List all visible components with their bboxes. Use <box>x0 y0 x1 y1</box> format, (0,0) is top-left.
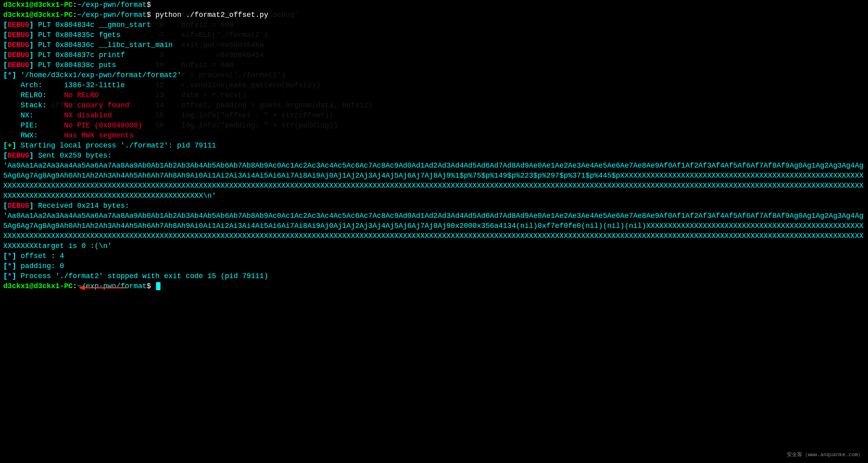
prompt-user: d3ckx1 <box>3 11 29 19</box>
relro-label: RELRO: <box>3 91 64 99</box>
offset-line: [*] offset : 4 <box>3 251 865 261</box>
prompt-host: d3ckx1-PC <box>34 282 73 290</box>
colon: : <box>73 282 77 290</box>
plt-addr: 0x804836c <box>56 41 95 49</box>
rwx-label: RWX: <box>3 131 64 139</box>
padding-text: padding: 0 <box>21 262 64 270</box>
recv-header: Received 0x214 bytes: <box>38 202 129 210</box>
debug-plt-line: [DEBUG] PLT 0x804834c __gmon_start <box>3 20 865 30</box>
dollar-sign: $ <box>147 1 151 9</box>
recv-pattern-dump: 'Aa0Aa1Aa2Aa3Aa4Aa5Aa6Aa7Aa8Aa9Ab0Ab1Ab2… <box>3 211 865 251</box>
sent-header: Sent 0x259 bytes: <box>38 152 112 160</box>
debug-plt-line: [DEBUG] PLT 0x804837c printf <box>3 50 865 60</box>
process-stopped-line: [*] Process './format2' stopped with exi… <box>3 271 865 281</box>
pie-label: PIE: <box>3 121 64 129</box>
relro-value: No RELRO <box>64 91 99 99</box>
stack-value: No canary found <box>64 101 129 109</box>
prompt-host: d3ckx1-PC <box>34 11 73 19</box>
prompt-line-cutoff: d3ckx1@d3ckx1-PC:~/exp-pwn/format$ <box>3 0 865 10</box>
prompt-path: /exp-pwn/format <box>81 11 146 19</box>
debug-plt-line: [DEBUG] PLT 0x804838c puts <box>3 60 865 70</box>
offset-text: offset : 4 <box>21 252 64 260</box>
command-text: python ./format2_offset.py <box>155 11 268 19</box>
checksec-arch: Arch: i386-32-little <box>3 80 865 90</box>
plt-name: __gmon_start <box>99 21 151 29</box>
checksec-nx: NX: NX disabled <box>3 111 865 121</box>
arch-label: Arch: <box>3 81 64 89</box>
plt-name: puts <box>99 61 116 69</box>
prompt-path: /exp-pwn/format <box>81 1 146 9</box>
at-sign: @ <box>29 11 34 19</box>
tilde: ~ <box>77 11 82 19</box>
checksec-rwx: RWX: Has RWX segments <box>3 131 865 141</box>
stack-label: Stack: <box>3 101 64 109</box>
watermark-text: 安全客（www.anquanke.com） <box>787 450 863 460</box>
nx-label: NX: <box>3 111 64 119</box>
colon: : <box>73 1 77 9</box>
plt-addr: 0x804837c <box>56 51 95 59</box>
binary-path-line: [*] '/home/d3ckx1/exp-pwn/format/format2… <box>3 70 865 80</box>
binary-path: '/home/d3ckx1/exp-pwn/format/format2' <box>21 71 181 79</box>
prompt-line-active[interactable]: d3ckx1@d3ckx1-PC:~/exp-pwn/format$ <box>3 281 865 291</box>
colon: : <box>73 11 77 19</box>
dollar-sign: $ <box>147 282 151 290</box>
prompt-line: d3ckx1@d3ckx1-PC:~/exp-pwn/format$ pytho… <box>3 10 865 20</box>
plt-name: __libc_start_main <box>99 41 173 49</box>
svg-marker-1 <box>78 285 85 290</box>
annotation-arrow-icon <box>78 284 127 295</box>
arch-value: i386-32-little <box>64 81 125 89</box>
checksec-relro: RELRO: No RELRO <box>3 90 865 100</box>
tilde: ~ <box>77 1 82 9</box>
rwx-value: Has RWX segments <box>64 131 134 139</box>
terminal-output[interactable]: d3ckx1@d3ckx1-PC:~/exp-pwn/format$ d3ckx… <box>0 0 868 291</box>
starting-text: Starting local process './format2': pid … <box>21 141 216 150</box>
plt-addr: 0x804838c <box>56 61 95 69</box>
nx-value: NX disabled <box>64 111 112 119</box>
cursor-icon <box>156 282 160 290</box>
prompt-user: d3ckx1 <box>3 1 29 9</box>
padding-line: [*] padding: 0 <box>3 261 865 271</box>
prompt-host: d3ckx1-PC <box>34 1 73 9</box>
checksec-stack: Stack: No canary found <box>3 100 865 111</box>
prompt-user: d3ckx1 <box>3 282 29 290</box>
plt-addr: 0x804834c <box>56 21 95 29</box>
debug-sent-line: [DEBUG] Sent 0x259 bytes: <box>3 151 865 161</box>
plt-name: printf <box>99 51 125 59</box>
debug-recv-line: [DEBUG] Received 0x214 bytes: <box>3 201 865 211</box>
at-sign: @ <box>29 1 34 9</box>
debug-plt-line: [DEBUG] PLT 0x804835c fgets <box>3 30 865 40</box>
sent-pattern-dump: 'Aa0Aa1Aa2Aa3Aa4Aa5Aa6Aa7Aa8Aa9Ab0Ab1Ab2… <box>3 161 865 201</box>
starting-process-line: [+] Starting local process './format2': … <box>3 141 865 151</box>
plt-addr: 0x804835c <box>56 31 95 39</box>
plt-name: fgets <box>99 31 121 39</box>
checksec-pie: PIE: No PIE (0x8048000) <box>3 121 865 131</box>
pie-value: No PIE (0x8048000) <box>64 121 142 129</box>
dollar-sign: $ <box>147 11 151 19</box>
stopped-text: Process './format2' stopped with exit co… <box>21 272 268 280</box>
debug-plt-line: [DEBUG] PLT 0x804836c __libc_start_main <box>3 40 865 50</box>
at-sign: @ <box>29 282 34 290</box>
